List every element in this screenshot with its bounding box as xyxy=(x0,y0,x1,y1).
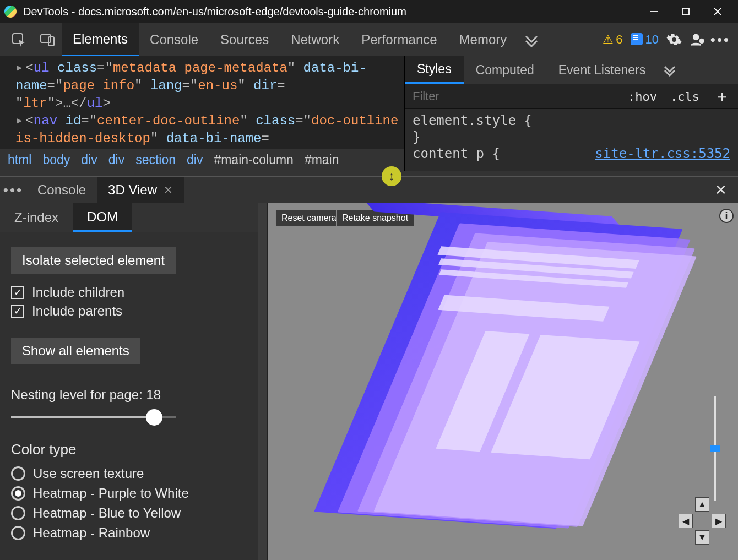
include-children-checkbox[interactable] xyxy=(11,286,24,299)
warnings-badge[interactable]: 6 xyxy=(603,32,622,47)
maximize-button[interactable] xyxy=(670,0,702,23)
nesting-level-label: Nesting level for page: 18 xyxy=(11,387,247,403)
breadcrumb: html body div div section div #main-colu… xyxy=(0,149,404,171)
styles-tab-eventlisteners[interactable]: Event Listeners xyxy=(546,56,658,84)
show-all-elements-button[interactable]: Show all elements xyxy=(11,338,140,364)
pan-pad: ▲ ▼ ◀ ▶ xyxy=(679,497,726,545)
elements-tree[interactable]: ▸<ul class="metadata page-metadata" data… xyxy=(0,56,404,171)
style-source-link[interactable]: site-ltr.css:5352 xyxy=(595,145,730,162)
include-children-label: Include children xyxy=(32,285,124,300)
isolate-selected-button[interactable]: Isolate selected element xyxy=(11,247,176,274)
drawer-tab-3dview[interactable]: 3D View✕ xyxy=(97,177,184,203)
drawer-tab-console[interactable]: Console xyxy=(26,177,97,203)
threed-viewport[interactable]: Reset camera Retake snapshot i ▲ ▼ xyxy=(268,203,738,560)
window-title: DevTools - docs.microsoft.com/en-us/micr… xyxy=(23,6,406,18)
threed-render[interactable] xyxy=(372,207,725,560)
breadcrumb-item[interactable]: #main-column xyxy=(214,153,293,167)
styles-tab-styles[interactable]: Styles xyxy=(405,56,464,84)
svg-point-8 xyxy=(700,39,704,43)
tab-sources[interactable]: Sources xyxy=(209,23,280,56)
tabs-overflow-icon[interactable] xyxy=(518,23,545,56)
radio-heatmap-rainbow[interactable] xyxy=(11,526,25,540)
reset-camera-button[interactable]: Reset camera xyxy=(275,210,343,226)
pan-up-button[interactable]: ▲ xyxy=(695,497,709,512)
drawer-close-icon[interactable]: ✕ xyxy=(704,182,738,199)
breadcrumb-item[interactable]: div xyxy=(108,153,124,167)
styles-tabs-overflow-icon[interactable] xyxy=(658,56,682,84)
breadcrumb-item[interactable]: section xyxy=(135,153,176,167)
style-rule-line: content p { xyxy=(413,145,500,162)
drawer: ••• Console 3D View✕ ✕ Z-index DOM Isola… xyxy=(0,176,738,560)
app-icon xyxy=(4,6,17,18)
close-tab-icon[interactable]: ✕ xyxy=(164,183,173,197)
tab-elements[interactable]: Elements xyxy=(62,23,139,56)
styles-filter-input[interactable] xyxy=(405,84,621,108)
tab-console[interactable]: Console xyxy=(139,23,209,56)
titlebar: DevTools - docs.microsoft.com/en-us/micr… xyxy=(0,0,738,23)
styles-pane: Styles Computed Event Listeners :hov .cl… xyxy=(404,56,738,171)
close-button[interactable] xyxy=(702,0,734,23)
breadcrumb-item[interactable]: html xyxy=(8,153,31,167)
threed-tab-zindex[interactable]: Z-index xyxy=(0,203,73,232)
radio-heatmap-purple[interactable] xyxy=(11,486,25,501)
tab-performance[interactable]: Performance xyxy=(350,23,448,56)
info-icon[interactable]: i xyxy=(719,209,734,223)
pan-right-button[interactable]: ▶ xyxy=(712,514,726,528)
sidebar-splitter[interactable] xyxy=(258,203,268,560)
main-tabs: Elements Console Sources Network Perform… xyxy=(0,23,738,56)
cls-toggle[interactable]: .cls xyxy=(664,90,706,104)
more-icon[interactable]: ••• xyxy=(713,32,728,47)
breadcrumb-item[interactable]: div xyxy=(187,153,203,167)
include-parents-label: Include parents xyxy=(32,303,122,319)
radio-heatmap-blue[interactable] xyxy=(11,506,25,520)
settings-icon[interactable] xyxy=(666,32,682,47)
minimize-button[interactable] xyxy=(638,0,670,23)
account-icon[interactable] xyxy=(690,32,705,47)
drawer-more-icon[interactable]: ••• xyxy=(0,182,26,199)
threed-sidebar: Z-index DOM Isolate selected element Inc… xyxy=(0,203,258,560)
svg-point-7 xyxy=(693,35,698,40)
styles-tab-computed[interactable]: Computed xyxy=(464,56,546,84)
nesting-level-slider[interactable] xyxy=(11,409,176,425)
threed-tab-dom[interactable]: DOM xyxy=(73,203,132,232)
radio-screen-texture[interactable] xyxy=(11,466,25,481)
include-parents-checkbox[interactable] xyxy=(11,305,24,318)
tab-memory[interactable]: Memory xyxy=(448,23,518,56)
dom-code[interactable]: ▸<ul class="metadata page-metadata" data… xyxy=(0,56,404,151)
inspect-icon[interactable] xyxy=(4,23,33,56)
styles-body[interactable]: element.style { } content p { site-ltr.c… xyxy=(405,109,738,171)
breadcrumb-item[interactable]: body xyxy=(42,153,70,167)
breadcrumb-item[interactable]: #main xyxy=(305,153,339,167)
style-rule-line: } xyxy=(413,129,730,145)
zoom-slider[interactable] xyxy=(714,396,716,501)
breadcrumb-item[interactable]: div xyxy=(81,153,97,167)
pan-down-button[interactable]: ▼ xyxy=(695,530,709,545)
color-type-heading: Color type xyxy=(11,441,247,458)
svg-rect-1 xyxy=(682,8,689,15)
new-style-rule-icon[interactable]: ＋ xyxy=(706,85,738,108)
style-rule-line: element.style { xyxy=(413,112,730,129)
tab-network[interactable]: Network xyxy=(280,23,350,56)
pan-left-button[interactable]: ◀ xyxy=(679,514,693,528)
hov-toggle[interactable]: :hov xyxy=(621,90,664,104)
messages-badge[interactable]: 10 xyxy=(631,32,659,47)
resize-cursor-icon xyxy=(382,166,401,186)
svg-rect-5 xyxy=(41,35,51,42)
device-toggle-icon[interactable] xyxy=(33,23,62,56)
